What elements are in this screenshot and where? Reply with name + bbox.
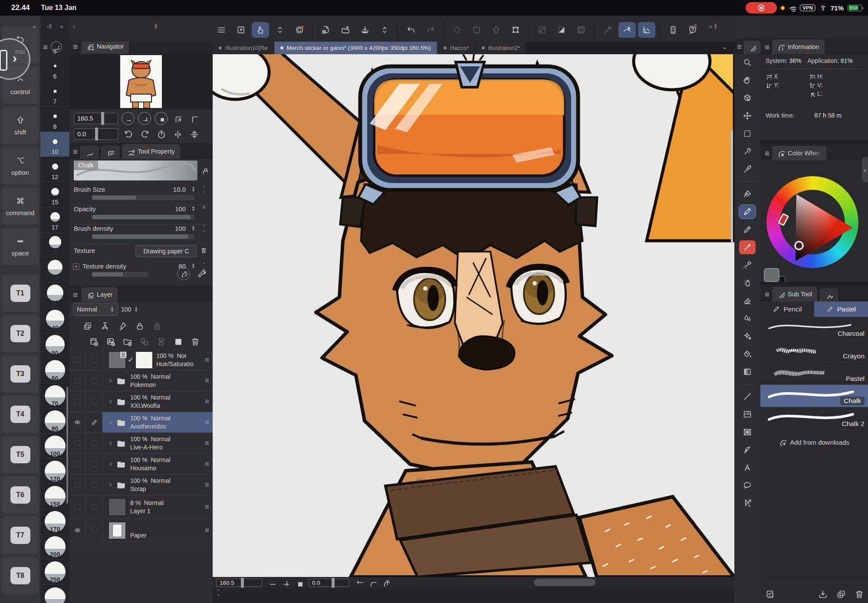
collapse-left2-icon[interactable]: ‹‖ xyxy=(47,23,52,30)
decoration-tool-button[interactable] xyxy=(739,258,756,272)
document-tab[interactable]: Hazco* xyxy=(437,42,476,54)
lock-layer-icon[interactable] xyxy=(135,321,144,331)
drag-handle-icon[interactable]: ≡ xyxy=(205,503,209,511)
layer-visibility-toggle[interactable] xyxy=(69,391,86,412)
key-option[interactable]: option xyxy=(2,147,39,184)
tab-sub-tool[interactable]: Sub Tool xyxy=(772,287,817,302)
canvas-vertical-scrollbar[interactable] xyxy=(731,130,733,243)
expand-chevrons-icon[interactable]: ⌃⌄ xyxy=(202,225,206,232)
collapse-right-icon[interactable]: « ‖ xyxy=(689,23,697,30)
layer-menu-icon[interactable]: ≡ xyxy=(73,291,78,299)
marker-tool-button[interactable] xyxy=(739,240,756,254)
save-button[interactable] xyxy=(356,22,374,38)
navigator-menu-icon[interactable]: ≡ xyxy=(73,43,78,51)
move-layer-tool-button[interactable] xyxy=(739,109,756,123)
draft-layer-icon[interactable] xyxy=(117,321,127,331)
stopwatch-icon[interactable] xyxy=(177,267,190,280)
brush-size-80[interactable]: 80 xyxy=(40,409,69,434)
download-sub-tool-icon[interactable] xyxy=(818,589,827,599)
brush-charcoal[interactable]: Charcoal xyxy=(760,317,868,340)
key-T6[interactable]: T6 xyxy=(2,476,39,514)
frame-border-tool-button[interactable] xyxy=(739,407,756,421)
light-table-icon[interactable] xyxy=(100,321,109,331)
brush-size-12[interactable]: 12 xyxy=(40,157,69,182)
layer-visibility-toggle[interactable] xyxy=(69,433,86,453)
zoom-in-bottom-button[interactable] xyxy=(282,579,289,587)
stream-line-tool-button[interactable] xyxy=(739,443,756,457)
drag-handle-icon[interactable]: ≡ xyxy=(205,526,209,535)
key-T2[interactable]: T2 xyxy=(2,315,39,352)
property-brush-size[interactable]: Brush Size 10.0 ▲▼ ⌃⌄ xyxy=(74,186,208,203)
multi-select-icon[interactable] xyxy=(765,589,774,599)
brush-crayon[interactable]: Crayon xyxy=(760,340,868,362)
collapse-right2-icon[interactable]: » ‖ xyxy=(709,23,717,30)
zoom-out-button[interactable] xyxy=(122,112,135,125)
expand-plus-icon[interactable]: + xyxy=(73,263,79,270)
delete-sub-tool-icon[interactable] xyxy=(854,589,864,599)
fit-screen-button[interactable] xyxy=(155,112,168,125)
reset-rotation-button[interactable] xyxy=(155,128,168,141)
brush-size-17[interactable]: 17 xyxy=(40,207,69,233)
canvas[interactable] xyxy=(213,54,734,577)
key-T7[interactable]: T7 xyxy=(2,517,39,554)
layer-row-pokemon[interactable]: 100 % NormalPokemon≡ xyxy=(69,370,213,391)
key-T4[interactable]: T4 xyxy=(2,396,39,433)
color-wheel[interactable]: 76 76 76 xyxy=(760,161,868,299)
rotate-cw-bottom-button[interactable] xyxy=(369,579,376,587)
balloon-tool-button[interactable] xyxy=(739,478,756,492)
tab-information[interactable]: Information xyxy=(772,39,825,54)
layer-row-scrap[interactable]: 100 % NormalScrap≡ xyxy=(69,475,213,495)
zoom-out-bottom-button[interactable] xyxy=(268,579,276,587)
document-tab[interactable]: Illustration2* xyxy=(476,42,527,54)
brush-size-250[interactable]: 250 xyxy=(40,560,69,585)
key-T1[interactable]: T1 xyxy=(2,275,39,312)
brush-size-6[interactable]: 6 xyxy=(40,56,69,82)
invert-selection-button[interactable] xyxy=(553,22,570,38)
key-shift[interactable]: shift xyxy=(2,107,39,144)
bottom-rotate-slider[interactable]: 0.0 xyxy=(309,579,349,587)
merge-layer-icon[interactable] xyxy=(156,337,166,346)
property-brush-density[interactable]: Brush density 100 ▲▼ ⌃⌄ xyxy=(74,225,208,242)
key-command[interactable]: command xyxy=(2,187,39,225)
processing-spinner-button[interactable] xyxy=(448,22,466,38)
tab-brush-shape[interactable] xyxy=(820,288,838,302)
stepper-icon[interactable]: ▲▼ xyxy=(191,206,195,212)
drag-handle-icon[interactable]: ≡ xyxy=(205,377,209,385)
layer-row-housamo[interactable]: 100 % NormalHousamo≡ xyxy=(69,454,213,475)
key-T8[interactable]: T8 xyxy=(2,557,39,594)
key-space[interactable]: space xyxy=(2,228,39,265)
layer-row-layer-1[interactable]: 8 % NormalLayer 1≡ xyxy=(69,495,213,519)
undo-button[interactable] xyxy=(402,22,420,38)
select-area-button[interactable] xyxy=(468,22,485,38)
brush-size-7[interactable]: 7 xyxy=(40,82,69,107)
numeric-pad-button[interactable] xyxy=(664,22,682,38)
drag-handle-icon[interactable]: ≡ xyxy=(205,439,209,448)
expand-chevrons-icon[interactable]: ⌃⌄ xyxy=(202,186,206,193)
actual-pixels-button[interactable] xyxy=(187,112,201,125)
brush-size-200[interactable]: 200 xyxy=(40,534,69,560)
rotate-ccw-button[interactable] xyxy=(122,128,135,141)
lock-icon[interactable] xyxy=(201,167,208,174)
brush-size-70[interactable]: 70 xyxy=(40,383,69,409)
selection-tool-button[interactable] xyxy=(739,127,756,141)
expander-icon[interactable] xyxy=(108,461,114,467)
blend-mode-dropdown[interactable]: Normal ▲▼ xyxy=(73,303,118,316)
airbrush-tool-button[interactable] xyxy=(739,276,756,290)
bottom-zoom-slider[interactable]: 160.5 xyxy=(216,579,262,587)
layer-edit-indicator[interactable] xyxy=(86,350,102,370)
open-file-button[interactable] xyxy=(337,22,354,38)
redo-button[interactable] xyxy=(422,22,439,38)
tools-menu-icon[interactable]: ≡ xyxy=(737,43,742,51)
tool-property-menu-icon[interactable]: ≡ xyxy=(73,147,78,156)
snap-curve-button[interactable] xyxy=(618,22,636,38)
drag-handle-icon[interactable]: ≡ xyxy=(205,397,209,406)
reset-view-button[interactable] xyxy=(382,579,390,587)
tab-sub-tool-detail[interactable] xyxy=(101,146,119,159)
tab-tool-property[interactable]: Tool Property xyxy=(122,144,180,159)
sub-tool-group-pastel[interactable]: Pastel xyxy=(814,302,868,317)
layer-edit-indicator[interactable] xyxy=(86,370,102,391)
layer-row-live-a-hero[interactable]: 100 % NormalLive-A-Hero≡ xyxy=(69,433,213,454)
eraser-tool-button[interactable] xyxy=(739,294,756,308)
duplicate-sub-tool-icon[interactable] xyxy=(836,589,845,599)
expander-icon[interactable] xyxy=(108,440,114,446)
